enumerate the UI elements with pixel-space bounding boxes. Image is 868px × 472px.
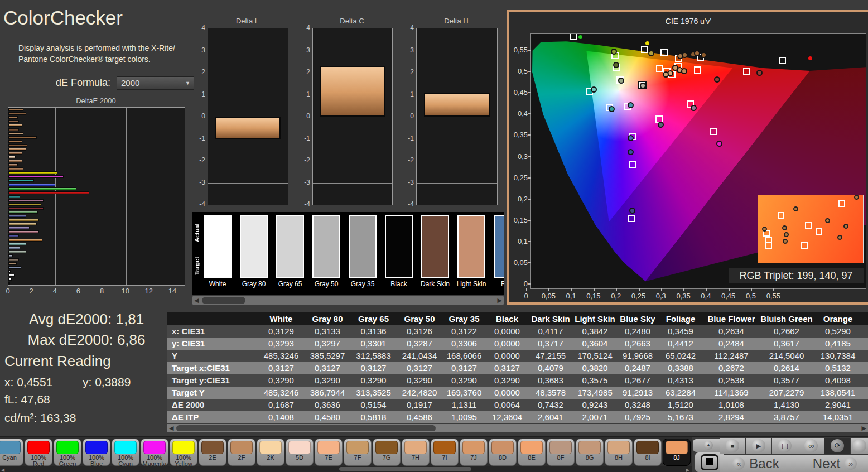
axis-tick-label: 0,55 <box>510 46 528 54</box>
patch-scrollbar[interactable]: ◀ ▶ <box>0 466 692 472</box>
table-cell: 0,21 <box>862 362 868 374</box>
patch-button[interactable]: 2F <box>228 439 255 466</box>
patch-button[interactable]: Cyan <box>0 439 23 466</box>
axis-tick-label: 0,3 <box>510 152 528 161</box>
table-cell: 2,9041 <box>813 399 862 411</box>
table-cell: 1,0095 <box>442 411 486 423</box>
row-label: ΔE ITP <box>167 411 258 423</box>
interval-button[interactable]: [··] <box>772 438 798 454</box>
back-button[interactable]: «Back <box>720 455 797 472</box>
patch-swatch <box>201 441 224 454</box>
scroll-right-icon[interactable]: ▶ <box>498 297 502 304</box>
inset-measured-dot <box>784 232 789 237</box>
play-button[interactable]: ▶ <box>746 438 771 454</box>
axis-tick-label: -2 <box>399 156 414 164</box>
axis-tick <box>528 156 531 157</box>
deltae-bar <box>8 108 23 111</box>
patch-button[interactable]: 8E <box>518 439 546 466</box>
de-formula-dropdown[interactable]: 2000 ▼ <box>117 76 194 90</box>
table-cell: 1,0108 <box>703 399 760 411</box>
table-scrollbar[interactable]: ◀ ▶ <box>167 424 868 432</box>
patch-swatch <box>27 441 50 454</box>
patch-button[interactable]: 100% Yellow <box>170 439 197 466</box>
axis-tick <box>706 288 707 291</box>
swatch <box>240 215 268 278</box>
patch-button[interactable]: 7E <box>315 439 343 466</box>
column-header: Foliage <box>658 312 703 325</box>
chevron-down-icon: ▼ <box>185 81 190 86</box>
swatch-strip-scrollbar[interactable]: ◀ ▶ <box>192 296 504 305</box>
patch-label: 2K <box>257 455 284 461</box>
delta-bar <box>320 66 385 117</box>
patch-button[interactable]: 100% Cyan <box>112 439 139 466</box>
deltae-bar <box>8 219 39 221</box>
patch-button[interactable]: 8D <box>489 439 517 466</box>
refresh-button[interactable]: ⟳ <box>824 438 850 454</box>
swatch-strip: Actual Target WhiteGray 80Gray 65Gray 50… <box>192 212 504 295</box>
cie-measured-dot <box>658 122 664 128</box>
patch-label: 2E <box>199 455 226 461</box>
patch-button[interactable]: 100% Magenta <box>141 439 168 466</box>
table-cell: 56,0 <box>862 387 868 399</box>
deltae-bar <box>8 184 55 186</box>
delta-c-title: Delta C <box>312 17 392 26</box>
table-cell: 0,3127 <box>442 362 486 374</box>
table-cell: 91,2913 <box>617 387 658 399</box>
gridline <box>208 183 288 184</box>
extra-button[interactable] <box>851 438 868 454</box>
patch-button[interactable]: 100% Blue <box>83 439 110 466</box>
cie-target-square <box>779 57 786 64</box>
table-cell: 65,0242 <box>658 350 703 362</box>
patch-swatch <box>491 441 514 454</box>
cie-measured-dot <box>714 76 720 83</box>
axis-tick-label: 2 <box>23 287 40 295</box>
scroll-left-icon[interactable]: ◀ <box>194 297 199 304</box>
page-title: ColorChecker <box>3 7 123 29</box>
patch-button[interactable]: 8J <box>663 439 691 466</box>
scrollbar-thumb[interactable] <box>339 467 471 471</box>
patch-button[interactable]: 7H <box>402 439 430 466</box>
patch-button[interactable]: 7F <box>344 439 372 466</box>
patch-button[interactable]: 100% Red <box>25 439 52 466</box>
table-cell: 3,8757 <box>760 411 813 423</box>
swatch <box>276 215 304 278</box>
table-cell: 0,2662 <box>760 325 813 338</box>
scrollbar-thumb[interactable] <box>176 425 436 431</box>
patch-button[interactable]: 7J <box>460 439 488 466</box>
inset-target-square <box>778 212 784 219</box>
table-cell: 1,4130 <box>760 399 813 411</box>
continuous-button[interactable]: ∞ <box>798 438 824 454</box>
axis-tick-label: 0,15 <box>584 292 604 300</box>
axis-tick <box>528 92 531 93</box>
table-cell: 0,3290 <box>397 374 442 387</box>
cie-measured-dot <box>756 70 763 76</box>
patch-button[interactable]: 8G <box>576 439 604 466</box>
patch-button[interactable]: 2E <box>199 439 226 466</box>
patch-button[interactable]: 5D <box>286 439 314 466</box>
patch-button[interactable]: 8H <box>605 439 633 466</box>
next-button[interactable]: Next» <box>797 455 868 472</box>
patch-button[interactable]: 100% Green <box>54 439 81 466</box>
patch-button[interactable]: 7I <box>431 439 459 466</box>
row-label: Target y:CIE31 <box>167 374 258 387</box>
scroll-right-icon[interactable]: ▶ <box>686 466 689 472</box>
axis-tick-label: 0,3 <box>651 292 671 300</box>
cie-target-square <box>641 46 648 53</box>
scroll-left-icon[interactable]: ◀ <box>169 425 173 432</box>
cie-measured-dot <box>613 62 619 68</box>
column-header: Gray 80 <box>305 312 350 325</box>
delta-l-title: Delta L <box>208 17 287 26</box>
cie-target-square <box>743 68 750 75</box>
patch-button[interactable]: 7G <box>373 439 401 466</box>
axis-tick <box>729 288 730 291</box>
patch-button[interactable]: 8F <box>547 439 575 466</box>
stop-button[interactable]: ■ <box>720 438 745 454</box>
patch-button[interactable]: 2K <box>257 439 284 466</box>
scrollbar-thumb[interactable] <box>202 297 245 304</box>
patch-button[interactable]: 8I <box>634 439 662 466</box>
scroll-right-icon[interactable]: ▶ <box>862 425 866 432</box>
axis-tick <box>571 288 572 291</box>
axis-tick-label: 0,35 <box>673 292 693 300</box>
cie-target-square <box>710 128 717 135</box>
scroll-left-icon[interactable]: ◀ <box>1 466 4 472</box>
